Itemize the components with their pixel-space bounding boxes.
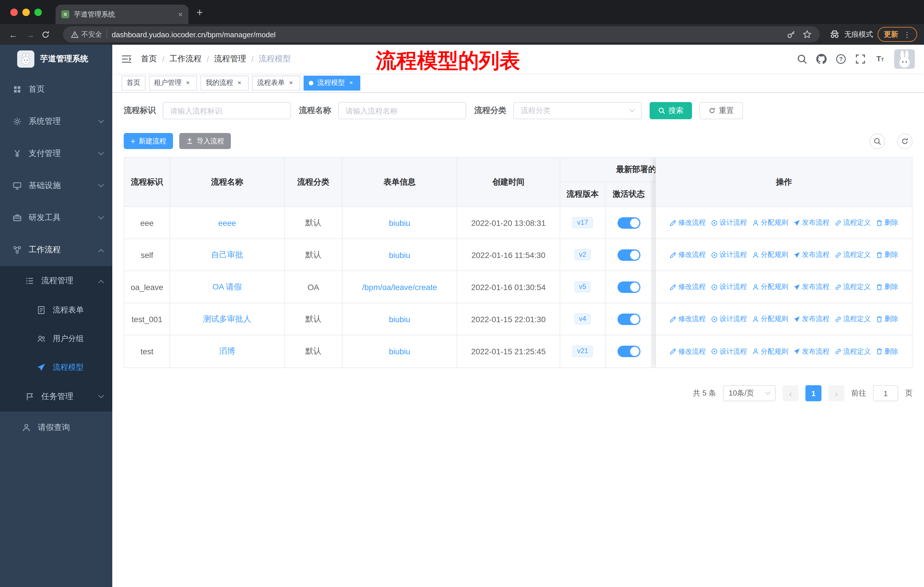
process-name-link[interactable]: eeee bbox=[218, 218, 236, 227]
assign-rule-link[interactable]: 分配规则 bbox=[752, 282, 788, 292]
page-1-button[interactable]: 1 bbox=[805, 385, 822, 401]
sidebar-toggle[interactable] bbox=[121, 55, 132, 64]
design-process-link[interactable]: 设计流程 bbox=[711, 250, 747, 260]
browser-menu-icon[interactable]: ⋮ bbox=[903, 30, 911, 39]
address-bar[interactable]: 不安全 dashboard.yudao.iocoder.cn/bpm/manag… bbox=[63, 26, 820, 42]
avatar[interactable] bbox=[894, 49, 915, 69]
process-definition-link[interactable]: 流程定义 bbox=[835, 250, 871, 260]
close-icon[interactable]: × bbox=[347, 79, 355, 87]
assign-rule-link[interactable]: 分配规则 bbox=[752, 218, 788, 228]
page-size-select[interactable]: 10条/页 bbox=[723, 385, 776, 401]
font-size-icon[interactable]: TT bbox=[875, 54, 885, 64]
sidebar-item-leave-query[interactable]: 请假查询 bbox=[0, 412, 112, 444]
sidebar-item-infra[interactable]: 基础设施 bbox=[0, 170, 112, 202]
create-process-button[interactable]: + 新建流程 bbox=[124, 133, 173, 149]
assign-rule-link[interactable]: 分配规则 bbox=[752, 347, 788, 356]
github-icon[interactable] bbox=[816, 54, 827, 64]
browser-update-button[interactable]: 更新 ⋮ bbox=[878, 27, 917, 42]
process-id-input[interactable] bbox=[163, 102, 291, 119]
status-switch[interactable] bbox=[617, 281, 640, 293]
tab-close-icon[interactable]: × bbox=[178, 10, 183, 18]
close-icon[interactable]: × bbox=[184, 79, 192, 87]
sidebar-item-process-model[interactable]: 流程模型 bbox=[0, 353, 112, 382]
modify-process-link[interactable]: 修改流程 bbox=[670, 218, 706, 228]
modify-process-link[interactable]: 修改流程 bbox=[670, 250, 706, 260]
process-name-link[interactable]: OA 请假 bbox=[213, 282, 242, 292]
window-zoom-button[interactable] bbox=[35, 8, 42, 16]
sidebar-item-system[interactable]: 系统管理 bbox=[0, 106, 112, 137]
form-info-link[interactable]: biubiu bbox=[389, 314, 411, 324]
new-tab-button[interactable]: + bbox=[196, 7, 203, 18]
delete-link[interactable]: 删除 bbox=[876, 347, 898, 356]
process-name-link[interactable]: 滔博 bbox=[219, 346, 235, 357]
modify-process-link[interactable]: 修改流程 bbox=[670, 347, 706, 356]
process-definition-link[interactable]: 流程定义 bbox=[835, 314, 871, 324]
app-logo-row[interactable]: 芋道管理系统 bbox=[0, 45, 112, 73]
publish-process-link[interactable]: 发布流程 bbox=[794, 250, 830, 260]
reload-icon[interactable] bbox=[41, 30, 54, 39]
tag-tenant[interactable]: 租户管理× bbox=[149, 75, 197, 90]
toggle-search-button[interactable] bbox=[870, 133, 885, 149]
process-definition-link[interactable]: 流程定义 bbox=[835, 347, 871, 356]
category-select[interactable]: 流程分类 bbox=[513, 102, 642, 119]
breadcrumb-item[interactable]: 工作流程 bbox=[170, 54, 201, 64]
process-definition-link[interactable]: 流程定义 bbox=[835, 282, 871, 292]
delete-link[interactable]: 删除 bbox=[876, 250, 898, 260]
import-process-button[interactable]: 导入流程 bbox=[179, 133, 231, 149]
delete-link[interactable]: 删除 bbox=[876, 282, 898, 292]
sidebar-item-process-mgmt[interactable]: 流程管理 bbox=[0, 266, 112, 296]
assign-rule-link[interactable]: 分配规则 bbox=[752, 314, 788, 324]
back-icon[interactable]: ← bbox=[7, 30, 20, 39]
status-switch[interactable] bbox=[617, 249, 640, 261]
modify-process-link[interactable]: 修改流程 bbox=[670, 282, 706, 292]
sidebar-item-task-mgmt[interactable]: 任务管理 bbox=[0, 382, 112, 412]
close-icon[interactable]: × bbox=[287, 79, 295, 87]
design-process-link[interactable]: 设计流程 bbox=[711, 218, 747, 228]
sidebar-item-workflow[interactable]: 工作流程 bbox=[0, 234, 112, 266]
process-definition-link[interactable]: 流程定义 bbox=[835, 218, 871, 228]
breadcrumb-item[interactable]: 流程管理 bbox=[214, 54, 246, 64]
forward-icon[interactable]: → bbox=[24, 30, 37, 39]
publish-process-link[interactable]: 发布流程 bbox=[794, 218, 830, 228]
design-process-link[interactable]: 设计流程 bbox=[711, 282, 747, 292]
form-info-link[interactable]: biubiu bbox=[389, 347, 411, 356]
search-icon[interactable] bbox=[797, 54, 807, 64]
delete-link[interactable]: 删除 bbox=[876, 314, 898, 324]
prev-page-button[interactable]: ‹ bbox=[782, 385, 799, 401]
password-key-icon[interactable] bbox=[787, 30, 796, 39]
sidebar-item-process-form[interactable]: 流程表单 bbox=[0, 296, 112, 324]
window-close-button[interactable] bbox=[10, 8, 18, 16]
not-secure-chip[interactable]: 不安全 bbox=[71, 30, 102, 39]
process-name-input[interactable] bbox=[338, 102, 466, 119]
modify-process-link[interactable]: 修改流程 bbox=[670, 314, 706, 324]
browser-tab[interactable]: 芋道管理系统 × bbox=[56, 5, 188, 24]
goto-page-input[interactable] bbox=[873, 385, 898, 401]
assign-rule-link[interactable]: 分配规则 bbox=[752, 250, 788, 260]
breadcrumb-item[interactable]: 首页 bbox=[141, 54, 157, 64]
status-switch[interactable] bbox=[617, 313, 640, 325]
sidebar-item-payment[interactable]: 支付管理 bbox=[0, 137, 112, 170]
sidebar-item-home[interactable]: 首页 bbox=[0, 73, 112, 106]
help-icon[interactable]: ? bbox=[836, 54, 846, 64]
publish-process-link[interactable]: 发布流程 bbox=[794, 282, 830, 292]
sidebar-item-user-group[interactable]: 用户分组 bbox=[0, 324, 112, 353]
next-page-button[interactable]: › bbox=[828, 385, 844, 401]
tag-home[interactable]: 首页 bbox=[121, 75, 145, 90]
window-minimize-button[interactable] bbox=[22, 8, 30, 16]
form-info-link[interactable]: /bpm/oa/leave/create bbox=[362, 282, 437, 291]
publish-process-link[interactable]: 发布流程 bbox=[794, 314, 830, 324]
tag-process-form[interactable]: 流程表单× bbox=[252, 75, 300, 90]
publish-process-link[interactable]: 发布流程 bbox=[794, 347, 830, 356]
close-icon[interactable]: × bbox=[236, 79, 243, 87]
status-switch[interactable] bbox=[617, 217, 640, 228]
design-process-link[interactable]: 设计流程 bbox=[711, 347, 747, 356]
tag-my-process[interactable]: 我的流程× bbox=[201, 75, 249, 90]
fullscreen-icon[interactable] bbox=[855, 54, 866, 64]
sidebar-item-devtools[interactable]: 研发工具 bbox=[0, 202, 112, 234]
process-name-link[interactable]: 自己审批 bbox=[211, 250, 243, 260]
process-name-link[interactable]: 测试多审批人 bbox=[203, 314, 251, 324]
reset-button[interactable]: 重置 bbox=[700, 102, 743, 119]
search-button[interactable]: 搜索 bbox=[650, 102, 692, 119]
tag-process-model[interactable]: 流程模型× bbox=[304, 75, 360, 90]
delete-link[interactable]: 删除 bbox=[876, 218, 898, 228]
